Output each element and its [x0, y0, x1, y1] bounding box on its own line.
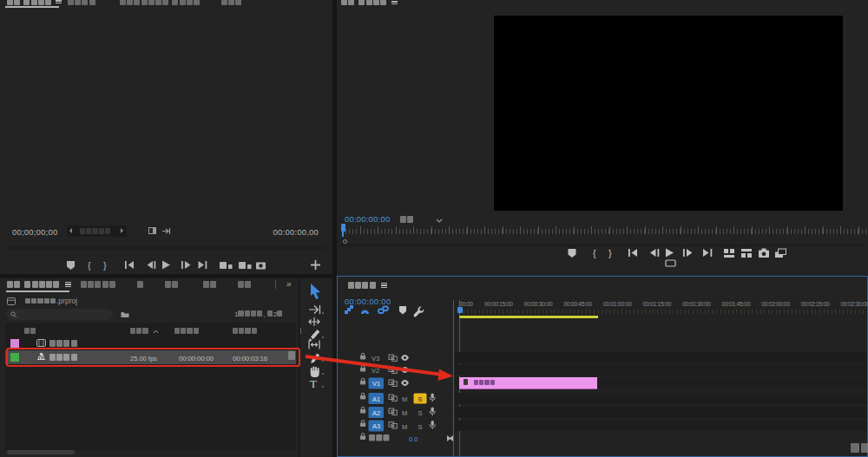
svg-text:M: M	[402, 409, 407, 417]
svg-text:S: S	[418, 409, 423, 417]
svg-text:}: }	[103, 260, 107, 271]
svg-text:A2: A2	[372, 409, 380, 417]
svg-text:{: {	[593, 248, 596, 258]
svg-text:M: M	[402, 395, 407, 403]
svg-text:S: S	[418, 395, 423, 403]
svg-text:}: }	[608, 248, 612, 258]
svg-text:M: M	[402, 423, 407, 431]
svg-text:S: S	[418, 423, 423, 431]
svg-text:0.0: 0.0	[409, 435, 418, 443]
svg-text:A3: A3	[372, 422, 380, 430]
svg-text:A1: A1	[372, 395, 380, 403]
svg-text:{: {	[88, 260, 91, 271]
